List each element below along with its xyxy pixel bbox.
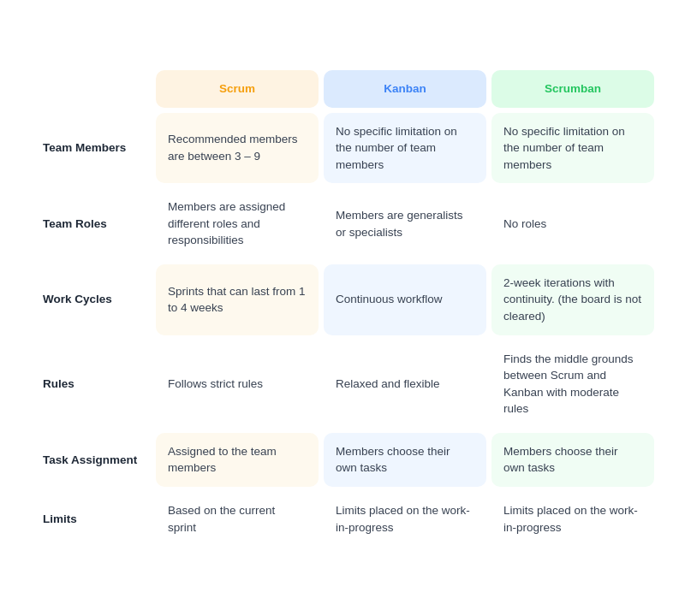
cell-kanban-3: Relaxed and flexible bbox=[324, 341, 486, 428]
cell-scrum-3: Follows strict rules bbox=[156, 341, 319, 428]
comparison-table-container: Scrum Kanban Scrumban Team MembersRecomm… bbox=[17, 48, 668, 568]
row-label-limits: Limits bbox=[31, 492, 151, 546]
table-row: RulesFollows strict rulesRelaxed and fle… bbox=[31, 341, 654, 428]
row-label-rules: Rules bbox=[31, 341, 151, 428]
kanban-column-header: Kanban bbox=[324, 70, 486, 108]
cell-scrumban-4: Members choose their own tasks bbox=[491, 433, 654, 487]
row-label-work-cycles: Work Cycles bbox=[31, 264, 151, 335]
row-label-task-assignment: Task Assignment bbox=[31, 433, 151, 487]
cell-scrum-2: Sprints that can last from 1 to 4 weeks bbox=[156, 264, 319, 335]
cell-kanban-1: Members are generalists or specialists bbox=[324, 188, 486, 259]
table-row: Task AssignmentAssigned to the team memb… bbox=[31, 433, 654, 487]
empty-header-cell bbox=[31, 70, 151, 108]
table-row: Work CyclesSprints that can last from 1 … bbox=[31, 264, 654, 335]
row-label-team-members: Team Members bbox=[31, 113, 151, 184]
cell-scrumban-1: No roles bbox=[491, 188, 654, 259]
row-label-team-roles: Team Roles bbox=[31, 188, 151, 259]
cell-scrum-0: Recommended members are between 3 – 9 bbox=[156, 113, 319, 184]
cell-scrumban-3: Finds the middle grounds between Scrum a… bbox=[491, 341, 654, 428]
cell-scrum-5: Based on the current sprint bbox=[156, 492, 319, 546]
table-row: Team RolesMembers are assigned different… bbox=[31, 188, 654, 259]
cell-kanban-4: Members choose their own tasks bbox=[324, 433, 486, 487]
scrum-column-header: Scrum bbox=[156, 70, 319, 108]
cell-scrumban-0: No specific limitation on the number of … bbox=[491, 113, 654, 184]
cell-scrum-1: Members are assigned different roles and… bbox=[156, 188, 319, 259]
header-row: Scrum Kanban Scrumban bbox=[31, 70, 654, 108]
cell-scrum-4: Assigned to the team members bbox=[156, 433, 319, 487]
table-row: Team MembersRecommended members are betw… bbox=[31, 113, 654, 184]
cell-kanban-2: Continuous workflow bbox=[324, 264, 486, 335]
cell-kanban-0: No specific limitation on the number of … bbox=[324, 113, 486, 184]
cell-kanban-5: Limits placed on the work-in-progress bbox=[324, 492, 486, 546]
cell-scrumban-2: 2-week iterations with continuity. (the … bbox=[491, 264, 654, 335]
comparison-table: Scrum Kanban Scrumban Team MembersRecomm… bbox=[26, 65, 659, 551]
scrumban-column-header: Scrumban bbox=[491, 70, 654, 108]
table-row: LimitsBased on the current sprintLimits … bbox=[31, 492, 654, 546]
cell-scrumban-5: Limits placed on the work-in-progress bbox=[491, 492, 654, 546]
